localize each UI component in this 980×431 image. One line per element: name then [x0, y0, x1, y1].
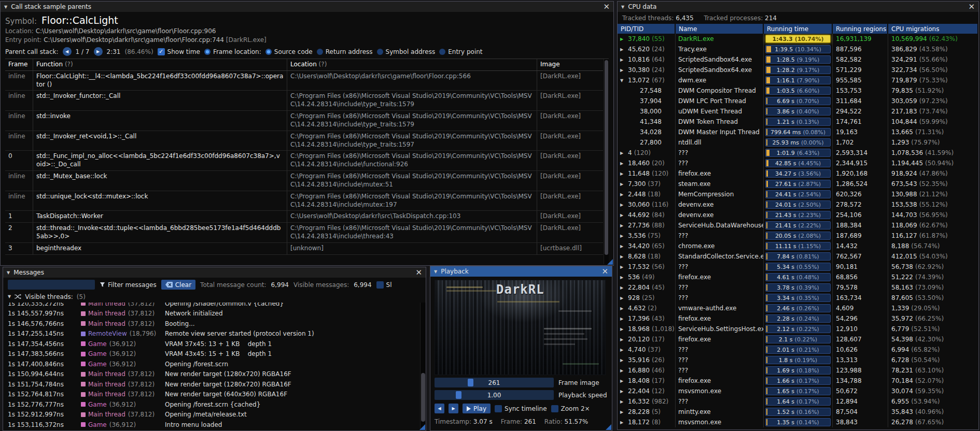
- cpu-row[interactable]: 34,028DWM Master Input Thread799.64 ms(0…: [618, 127, 978, 137]
- cpu-row[interactable]: ▶16,880(46)???1.69 s(0.18%)123,98878,231…: [618, 365, 978, 376]
- expand-row-icon[interactable]: ▶: [620, 285, 626, 290]
- close-icon[interactable]: ✕: [415, 269, 422, 277]
- callstack-row[interactable]: inlinestd::invokeC:\Program Files (x86)\…: [5, 111, 603, 131]
- cpu-row[interactable]: ▶4(120)???1:01.9(6.43%)2,593,3141,078,53…: [618, 148, 978, 158]
- cpu-row[interactable]: ▶17,396(43)firefox.exe2.28 s(0.24%)54,29…: [618, 313, 978, 324]
- expand-row-icon[interactable]: ▶: [620, 368, 626, 373]
- cpu-row[interactable]: 41,348DWM Token Thread1.21 s(0.13%)174,7…: [618, 117, 978, 127]
- callstack-row[interactable]: inlinestd::_Mutex_base::lockC:\Program F…: [5, 171, 603, 191]
- cpu-row[interactable]: ▶30,380(24)ScriptedSandbox64.exe1:28.2(9…: [618, 65, 978, 75]
- callstack-row[interactable]: 1TaskDispatch::WorkerC:\Users\wolf\Deskt…: [5, 211, 603, 223]
- cpu-row[interactable]: 27,800ntdll.dll25.93 ms(0.00%)1,7021,293…: [618, 137, 978, 148]
- expand-row-icon[interactable]: ▶: [620, 254, 626, 259]
- cpu-row[interactable]: ▶22,404(12)msvsmon.exe1.65 s(0.17%)50,67…: [618, 386, 978, 396]
- expand-row-icon[interactable]: ▶: [620, 379, 626, 383]
- next-parent-button[interactable]: ▶: [94, 47, 103, 56]
- cpu-row[interactable]: ▶7,300(37)steam.exe27.61 s(2.87%)1,286,5…: [618, 179, 978, 189]
- message-row[interactable]: 1s 120,335,272nsMain thread(37,812)Openi…: [3, 303, 419, 309]
- show-time-checkbox[interactable]: ✓ Show time: [158, 48, 200, 55]
- callstack-row[interactable]: 2std::thread::_Invoke<std::tuple<<lambda…: [5, 223, 603, 243]
- expand-row-icon[interactable]: ▶: [620, 68, 626, 73]
- expand-row-icon[interactable]: ▶: [620, 275, 626, 280]
- cpu-row[interactable]: ▶11,648(120)firefox.exe34.27 s(3.56%)1,9…: [618, 168, 978, 179]
- callstack-row[interactable]: inlinestd::unique_lock<std::mutex>::lock…: [5, 191, 603, 211]
- cpu-row[interactable]: ▶37,840(55)DarkRL.exe1:43.3(10.74%)16,93…: [618, 34, 978, 44]
- col-header-frame[interactable]: Frame: [5, 59, 33, 70]
- message-row[interactable]: 1s 145,557,997nsMain thread(37,812)Netwo…: [3, 309, 419, 319]
- message-row[interactable]: 1s 147,255,145nsRemoteView(18,796)Remote…: [3, 329, 419, 339]
- cpu-row[interactable]: ▶16,332(982)???1.64 s(0.17%)12,8946,955(…: [618, 396, 978, 407]
- expand-row-icon[interactable]: ▶: [620, 47, 626, 52]
- callstack-row[interactable]: 3beginthreadex[unknown][ucrtbase.dll]: [5, 243, 603, 255]
- message-row[interactable]: 1s 147,383,566nsGame(36,912)VRAM 43x45: …: [3, 349, 419, 360]
- radio-return-address[interactable]: Return address: [317, 48, 373, 55]
- expand-row-icon[interactable]: ▶: [620, 399, 626, 404]
- message-row[interactable]: 1s 152,776,777nsGame(36,912)Opening /for…: [3, 399, 419, 410]
- messages-titlebar[interactable]: ▼ Messages ✕: [3, 267, 426, 278]
- chevron-down-icon[interactable]: ▼: [8, 294, 11, 299]
- cpu-row[interactable]: ▼13,072(67)dwm.exe1:16.1(7.90%)955,58571…: [618, 75, 978, 85]
- message-row[interactable]: 1s 153,116,372nsGame(36,912)Intro menu l…: [3, 420, 419, 430]
- expand-row-icon[interactable]: ▶: [620, 337, 626, 342]
- cpu-row[interactable]: ▶2,448(18)MemCompression24.41 s(2.54%)62…: [618, 189, 978, 199]
- cpu-row[interactable]: ▶20,120(17)firefox.exe2.1 s(0.22%)128,60…: [618, 334, 978, 344]
- cpu-row[interactable]: ▶22,804(45)???3.78 s(0.39%)79,57858,163(…: [618, 282, 978, 293]
- col-header-running-time[interactable]: Running time: [764, 24, 833, 34]
- cpu-row[interactable]: ▶18,408(17)firefox.exe1.66 s(0.17%)134,7…: [618, 376, 978, 386]
- frame-image-slider[interactable]: 261: [435, 378, 554, 387]
- radio-symbol-address[interactable]: Symbol address: [377, 48, 436, 55]
- messages-scrollbar[interactable]: [420, 303, 426, 430]
- next-frame-button[interactable]: ▶: [449, 404, 458, 413]
- expand-row-icon[interactable]: ▶: [620, 348, 626, 352]
- expand-row-icon[interactable]: ▶: [620, 58, 626, 62]
- cpu-row[interactable]: ▶18,172(8)msvsmon.exe1.35 s(0.14%)38,843…: [618, 417, 978, 427]
- message-row[interactable]: 1s 151,754,784nsMain thread(37,812)New r…: [3, 379, 419, 390]
- message-row[interactable]: 1s 147,400,846nsGame(36,912)Opening /for…: [3, 359, 419, 369]
- cpu-row[interactable]: ▶3,536(75)???20.05 s(2.08%)187,689116,12…: [618, 231, 978, 241]
- col-header-image[interactable]: Image: [537, 59, 603, 70]
- prev-parent-button[interactable]: ◀: [63, 47, 72, 56]
- expand-row-icon[interactable]: ▶: [620, 171, 626, 176]
- col-header-function[interactable]: Function (?): [33, 59, 287, 70]
- scrollbar-thumb[interactable]: [421, 373, 425, 422]
- expand-row-icon[interactable]: ▶: [620, 244, 626, 249]
- cpu-row[interactable]: ▶44,692(84)devenv.exe21.43 s(2.23%)254,1…: [618, 210, 978, 220]
- expand-row-icon[interactable]: ▶: [620, 420, 626, 425]
- sync-timeline-checkbox[interactable]: Sync timeline: [495, 405, 547, 412]
- cpu-row[interactable]: ▶45,620(24)Tracy.exe1:39.5(10.34%)887,59…: [618, 44, 978, 54]
- visible-threads-row[interactable]: ▼ Visible threads: (5): [3, 292, 426, 303]
- col-header-cpu-migrations[interactable]: CPU migrations: [888, 24, 978, 34]
- scrollbar-thumb[interactable]: [605, 60, 608, 255]
- play-button[interactable]: Play: [463, 404, 491, 413]
- cpu-row[interactable]: ▶17,532(56)???5.34 s(0.55%)90,18156,738(…: [618, 262, 978, 272]
- cpu-row[interactable]: ▶4,632(2)vmware-authd.exe2.46 s(0.26%)4,…: [618, 303, 978, 313]
- message-row[interactable]: 1s 146,576,766nsMain thread(37,812)Booti…: [3, 319, 419, 329]
- expand-row-icon[interactable]: ▶: [620, 358, 626, 363]
- expand-row-icon[interactable]: ▶: [620, 223, 626, 228]
- expand-row-icon[interactable]: ▶: [620, 151, 626, 155]
- callstack-row[interactable]: inlinestd::_Invoker_functor::_CallC:\Pro…: [5, 91, 603, 111]
- callstack-row[interactable]: inlinestd::_Invoker_ret<void,1>::_CallC:…: [5, 131, 603, 151]
- cpu-row[interactable]: ▶4,740(37)???2.01 s(0.21%)10,6266,994(65…: [618, 344, 978, 355]
- message-filter-input[interactable]: [8, 280, 95, 290]
- col-header-location[interactable]: Location (?): [287, 59, 537, 70]
- cpu-row[interactable]: ▶18,460(20)???42.85 s(4.45%)2,344,9151,1…: [618, 158, 978, 168]
- clear-button[interactable]: Clear: [161, 280, 195, 290]
- cpu-row[interactable]: 38,000uDWM Event Thread3.86 s(0.40%)294,…: [618, 106, 978, 117]
- expand-row-icon[interactable]: ▶: [620, 265, 626, 269]
- expand-row-icon[interactable]: ▶: [620, 327, 626, 332]
- expand-row-icon[interactable]: ▶: [620, 161, 626, 166]
- cpu-row[interactable]: ▶18,968(1,018)ServiceHub.SettingsHost.ex…: [618, 324, 978, 334]
- cpu-row[interactable]: ▶536(49)firefox.exe4.61 s(0.48%)68,85651…: [618, 272, 978, 282]
- cpu-row[interactable]: 37,904DWM LPC Port Thread6.69 s(0.70%)31…: [618, 96, 978, 106]
- expand-row-icon[interactable]: ▶: [620, 37, 626, 41]
- message-row[interactable]: 1s 150,994,644nsMain thread(37,812)New r…: [3, 369, 419, 380]
- cpu-row[interactable]: ▶8,628(18)StandardCollector.Service.exe7…: [618, 251, 978, 262]
- collapse-row-icon[interactable]: ▼: [620, 78, 626, 83]
- prev-frame-button[interactable]: ◀: [435, 404, 444, 413]
- cpu-row[interactable]: ▶27,736(88)ServiceHub.DataWarehouseHost.…: [618, 220, 978, 231]
- resize-grip[interactable]: [607, 259, 613, 265]
- callstack-titlebar[interactable]: ▼ Call stack sample parents ✕: [1, 2, 613, 12]
- cpu-row[interactable]: ▶34,420(65)chrome.exe11.11 s(1.15%)14,43…: [618, 241, 978, 251]
- message-row[interactable]: 1s 147,354,456nsGame(36,912)VRAM 37x45: …: [3, 339, 419, 349]
